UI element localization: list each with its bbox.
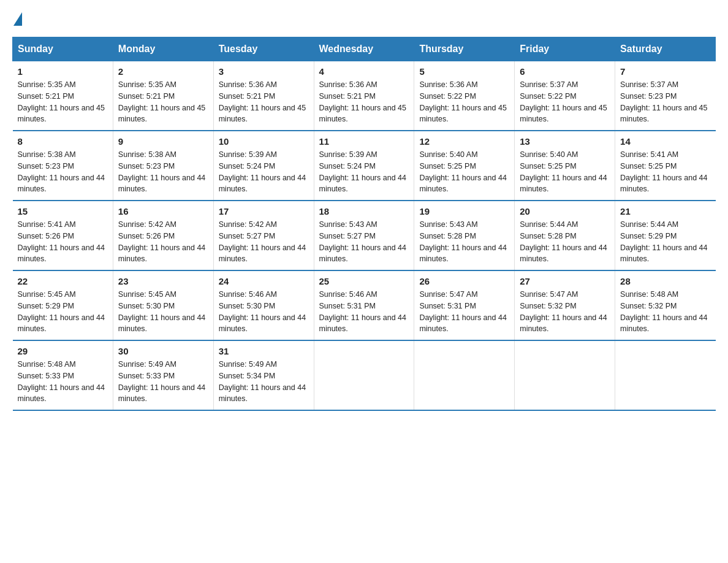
logo (12, 12, 22, 25)
day-info: Sunrise: 5:44 AMSunset: 5:28 PMDaylight:… (520, 220, 607, 263)
day-info: Sunrise: 5:47 AMSunset: 5:31 PMDaylight:… (419, 290, 506, 333)
day-cell: 14 Sunrise: 5:41 AMSunset: 5:25 PMDaylig… (615, 131, 716, 201)
day-number: 18 (319, 206, 409, 216)
day-cell: 9 Sunrise: 5:38 AMSunset: 5:23 PMDayligh… (113, 131, 213, 201)
day-info: Sunrise: 5:43 AMSunset: 5:28 PMDaylight:… (419, 220, 506, 263)
day-info: Sunrise: 5:39 AMSunset: 5:24 PMDaylight:… (319, 150, 406, 193)
header-cell-saturday: Saturday (615, 37, 716, 61)
day-cell: 4 Sunrise: 5:36 AMSunset: 5:21 PMDayligh… (314, 61, 414, 131)
day-number: 14 (620, 136, 710, 147)
day-cell: 19 Sunrise: 5:43 AMSunset: 5:28 PMDaylig… (414, 201, 515, 270)
day-number: 7 (620, 66, 710, 77)
logo-triangle-icon (13, 12, 22, 26)
header-cell-tuesday: Tuesday (213, 37, 314, 61)
calendar-header: SundayMondayTuesdayWednesdayThursdayFrid… (13, 37, 716, 61)
day-info: Sunrise: 5:43 AMSunset: 5:27 PMDaylight:… (319, 220, 406, 263)
day-info: Sunrise: 5:48 AMSunset: 5:33 PMDaylight:… (18, 360, 105, 403)
day-number: 9 (118, 136, 208, 147)
day-cell (414, 340, 515, 410)
day-info: Sunrise: 5:41 AMSunset: 5:26 PMDaylight:… (18, 220, 105, 263)
day-info: Sunrise: 5:45 AMSunset: 5:30 PMDaylight:… (118, 290, 205, 333)
day-number: 25 (319, 276, 409, 286)
day-number: 27 (520, 276, 610, 286)
day-cell: 21 Sunrise: 5:44 AMSunset: 5:29 PMDaylig… (615, 201, 716, 270)
day-number: 16 (118, 206, 208, 216)
day-number: 29 (18, 346, 108, 356)
calendar-body: 1 Sunrise: 5:35 AMSunset: 5:21 PMDayligh… (13, 61, 716, 411)
week-row-2: 8 Sunrise: 5:38 AMSunset: 5:23 PMDayligh… (13, 131, 716, 201)
day-number: 2 (118, 66, 208, 77)
day-cell: 5 Sunrise: 5:36 AMSunset: 5:22 PMDayligh… (414, 61, 515, 131)
header-cell-friday: Friday (515, 37, 615, 61)
day-info: Sunrise: 5:41 AMSunset: 5:25 PMDaylight:… (620, 150, 707, 193)
logo-block (12, 12, 22, 25)
day-number: 30 (118, 346, 208, 356)
day-cell: 31 Sunrise: 5:49 AMSunset: 5:34 PMDaylig… (213, 340, 314, 410)
day-info: Sunrise: 5:42 AMSunset: 5:27 PMDaylight:… (219, 220, 306, 263)
week-row-3: 15 Sunrise: 5:41 AMSunset: 5:26 PMDaylig… (13, 201, 716, 270)
day-number: 28 (620, 276, 710, 286)
day-info: Sunrise: 5:46 AMSunset: 5:30 PMDaylight:… (219, 290, 306, 333)
day-number: 31 (219, 346, 309, 356)
day-cell: 28 Sunrise: 5:48 AMSunset: 5:32 PMDaylig… (615, 270, 716, 340)
day-number: 6 (520, 66, 610, 77)
day-info: Sunrise: 5:42 AMSunset: 5:26 PMDaylight:… (118, 220, 205, 263)
day-number: 26 (419, 276, 509, 286)
day-cell: 7 Sunrise: 5:37 AMSunset: 5:23 PMDayligh… (615, 61, 716, 131)
day-number: 21 (620, 206, 710, 216)
day-number: 17 (219, 206, 309, 216)
day-info: Sunrise: 5:35 AMSunset: 5:21 PMDaylight:… (118, 80, 205, 123)
day-number: 20 (520, 206, 610, 216)
day-info: Sunrise: 5:39 AMSunset: 5:24 PMDaylight:… (219, 150, 306, 193)
day-cell: 25 Sunrise: 5:46 AMSunset: 5:31 PMDaylig… (314, 270, 414, 340)
day-cell: 27 Sunrise: 5:47 AMSunset: 5:32 PMDaylig… (515, 270, 615, 340)
day-number: 22 (18, 276, 108, 286)
day-number: 1 (18, 66, 108, 77)
day-cell: 16 Sunrise: 5:42 AMSunset: 5:26 PMDaylig… (113, 201, 213, 270)
day-cell: 12 Sunrise: 5:40 AMSunset: 5:25 PMDaylig… (414, 131, 515, 201)
day-number: 12 (419, 136, 509, 147)
day-cell (515, 340, 615, 410)
day-cell: 23 Sunrise: 5:45 AMSunset: 5:30 PMDaylig… (113, 270, 213, 340)
day-number: 10 (219, 136, 309, 147)
week-row-5: 29 Sunrise: 5:48 AMSunset: 5:33 PMDaylig… (13, 340, 716, 410)
day-info: Sunrise: 5:37 AMSunset: 5:23 PMDaylight:… (620, 80, 707, 123)
day-cell: 17 Sunrise: 5:42 AMSunset: 5:27 PMDaylig… (213, 201, 314, 270)
day-number: 4 (319, 66, 409, 77)
day-info: Sunrise: 5:35 AMSunset: 5:21 PMDaylight:… (18, 80, 105, 123)
day-number: 23 (118, 276, 208, 286)
day-cell: 8 Sunrise: 5:38 AMSunset: 5:23 PMDayligh… (13, 131, 113, 201)
day-cell: 13 Sunrise: 5:40 AMSunset: 5:25 PMDaylig… (515, 131, 615, 201)
calendar-table: SundayMondayTuesdayWednesdayThursdayFrid… (12, 37, 716, 411)
day-info: Sunrise: 5:36 AMSunset: 5:21 PMDaylight:… (219, 80, 306, 123)
day-number: 5 (419, 66, 509, 77)
day-cell: 11 Sunrise: 5:39 AMSunset: 5:24 PMDaylig… (314, 131, 414, 201)
header-cell-sunday: Sunday (13, 37, 113, 61)
day-cell: 29 Sunrise: 5:48 AMSunset: 5:33 PMDaylig… (13, 340, 113, 410)
week-row-1: 1 Sunrise: 5:35 AMSunset: 5:21 PMDayligh… (13, 61, 716, 131)
day-cell: 20 Sunrise: 5:44 AMSunset: 5:28 PMDaylig… (515, 201, 615, 270)
day-number: 15 (18, 206, 108, 216)
page-header (12, 12, 716, 25)
day-cell: 18 Sunrise: 5:43 AMSunset: 5:27 PMDaylig… (314, 201, 414, 270)
header-cell-monday: Monday (113, 37, 213, 61)
day-info: Sunrise: 5:48 AMSunset: 5:32 PMDaylight:… (620, 290, 707, 333)
day-number: 8 (18, 136, 108, 147)
day-info: Sunrise: 5:46 AMSunset: 5:31 PMDaylight:… (319, 290, 406, 333)
day-info: Sunrise: 5:49 AMSunset: 5:34 PMDaylight:… (219, 360, 306, 403)
day-number: 3 (219, 66, 309, 77)
day-cell: 6 Sunrise: 5:37 AMSunset: 5:22 PMDayligh… (515, 61, 615, 131)
day-cell: 3 Sunrise: 5:36 AMSunset: 5:21 PMDayligh… (213, 61, 314, 131)
day-info: Sunrise: 5:44 AMSunset: 5:29 PMDaylight:… (620, 220, 707, 263)
day-info: Sunrise: 5:47 AMSunset: 5:32 PMDaylight:… (520, 290, 607, 333)
day-number: 13 (520, 136, 610, 147)
day-number: 24 (219, 276, 309, 286)
day-info: Sunrise: 5:40 AMSunset: 5:25 PMDaylight:… (520, 150, 607, 193)
day-info: Sunrise: 5:45 AMSunset: 5:29 PMDaylight:… (18, 290, 105, 333)
header-row: SundayMondayTuesdayWednesdayThursdayFrid… (13, 37, 716, 61)
day-cell: 10 Sunrise: 5:39 AMSunset: 5:24 PMDaylig… (213, 131, 314, 201)
header-cell-thursday: Thursday (414, 37, 515, 61)
day-cell: 15 Sunrise: 5:41 AMSunset: 5:26 PMDaylig… (13, 201, 113, 270)
day-info: Sunrise: 5:40 AMSunset: 5:25 PMDaylight:… (419, 150, 506, 193)
day-info: Sunrise: 5:38 AMSunset: 5:23 PMDaylight:… (18, 150, 105, 193)
